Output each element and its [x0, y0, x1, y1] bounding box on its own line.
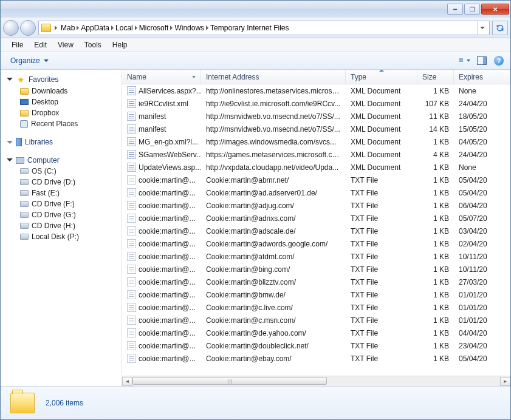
scroll-track[interactable] — [132, 377, 500, 386]
file-row[interactable]: cookie:martin@...Cookie:martin@adjug.com… — [122, 199, 510, 212]
drive-icon — [20, 212, 29, 218]
file-row[interactable]: cookie:martin@...Cookie:martin@bing.com/… — [122, 263, 510, 276]
refresh-button[interactable] — [492, 21, 508, 35]
view-options-button[interactable] — [459, 55, 470, 66]
file-row[interactable]: cookie:martin@...Cookie:martin@atdmt.com… — [122, 250, 510, 263]
file-row[interactable]: cookie:martin@...Cookie:martin@bmw.de/TX… — [122, 288, 510, 301]
column-internet-address[interactable]: Internet Address — [201, 70, 346, 84]
breadcrumb-bar[interactable]: MabAppDataLocalMicrosoftWindowsTemporary… — [38, 21, 490, 35]
chevron-right-icon — [77, 25, 79, 30]
nav-item-downloads[interactable]: Downloads — [3, 86, 122, 97]
column-expires[interactable]: Expires — [454, 70, 510, 84]
nav-item-desktop[interactable]: Desktop — [3, 97, 122, 107]
drive-item[interactable]: OS (C:) — [3, 166, 122, 177]
libraries-header[interactable]: Libraries — [3, 137, 122, 147]
drive-icon — [20, 168, 29, 174]
column-name[interactable]: Name — [122, 70, 201, 84]
txt-file-icon — [127, 188, 136, 197]
scroll-left-button[interactable]: ◄ — [122, 377, 132, 386]
column-size[interactable]: Size — [417, 70, 454, 84]
txt-file-icon — [127, 201, 136, 210]
drive-item[interactable]: CD Drive (F:) — [3, 198, 122, 209]
menu-edit[interactable]: Edit — [29, 39, 52, 50]
breadcrumb-segment[interactable]: Microsoft — [139, 24, 169, 32]
navigation-pane[interactable]: ★ Favorites DownloadsDesktopDropboxRecen… — [1, 70, 122, 386]
txt-file-icon — [127, 175, 136, 185]
folder-icon — [20, 110, 29, 117]
address-dropdown[interactable] — [477, 21, 487, 35]
file-row[interactable]: cookie:martin@...Cookie:martin@adnxs.com… — [122, 212, 510, 225]
file-row[interactable]: cookie:martin@...Cookie:martin@c.msn.com… — [122, 314, 510, 327]
txt-file-icon — [127, 328, 136, 337]
help-button[interactable]: ? — [493, 55, 504, 66]
file-row[interactable]: cookie:martin@...Cookie:martin@de.yahoo.… — [122, 327, 510, 339]
file-row[interactable]: cookie:martin@...Cookie:martin@c.live.co… — [122, 301, 510, 314]
scroll-thumb[interactable] — [132, 377, 327, 385]
file-row[interactable]: cookie:martin@...Cookie:martin@adscale.d… — [122, 225, 510, 237]
file-row[interactable]: UpdateViews.asp...http://vxpdata.cloudap… — [122, 161, 510, 174]
file-row[interactable]: MG_en-gb.xml?l...http://images.windowsme… — [122, 135, 510, 148]
chevron-right-icon — [111, 25, 114, 30]
file-row[interactable]: AllServices.aspx?...http://onlinestores.… — [122, 84, 510, 97]
file-row[interactable]: SGamesWebServ...https://games.metaservic… — [122, 148, 510, 161]
svg-rect-1 — [461, 58, 463, 60]
close-button[interactable]: ✕ — [481, 4, 509, 15]
title-bar: ━ ❐ ✕ — [1, 1, 510, 18]
maximize-button[interactable]: ❐ — [464, 4, 480, 15]
nav-item-dropbox[interactable]: Dropbox — [3, 107, 122, 118]
forward-button[interactable] — [20, 20, 36, 36]
breadcrumb-segment[interactable]: Windows — [174, 24, 204, 32]
nav-item-recent-places[interactable]: Recent Places — [3, 118, 122, 129]
minimize-button[interactable]: ━ — [447, 4, 463, 15]
file-row[interactable]: cookie:martin@...Cookie:martin@ad.adserv… — [122, 186, 510, 199]
file-row[interactable]: manifesthttp://msnvidweb.vo.msecnd.net/o… — [122, 110, 510, 123]
menu-tools[interactable]: Tools — [80, 39, 106, 50]
svg-rect-3 — [461, 60, 463, 62]
toolbar: Organize ? — [1, 52, 510, 70]
breadcrumb-segment[interactable]: Mab — [61, 24, 75, 32]
favorites-header[interactable]: ★ Favorites — [3, 73, 122, 86]
organize-button[interactable]: Organize — [7, 55, 52, 67]
file-rows[interactable]: AllServices.aspx?...http://onlinestores.… — [122, 84, 510, 376]
drive-item[interactable]: Fast (E:) — [3, 188, 122, 198]
back-button[interactable] — [3, 20, 19, 36]
drive-item[interactable]: Local Disk (P:) — [3, 231, 122, 242]
breadcrumb-segment[interactable]: Temporary Internet Files — [210, 24, 289, 32]
drive-item[interactable]: CD Drive (H:) — [3, 220, 122, 231]
txt-file-icon — [127, 316, 136, 325]
scroll-right-button[interactable]: ► — [500, 377, 510, 386]
drive-item[interactable]: CD Drive (G:) — [3, 209, 122, 220]
menu-file[interactable]: File — [7, 39, 28, 50]
file-list-pane: Name Internet Address Type Size Expires … — [122, 70, 510, 386]
breadcrumb-segment[interactable]: Local — [115, 24, 133, 32]
computer-header[interactable]: Computer — [3, 155, 122, 166]
file-row[interactable]: cookie:martin@...Cookie:martin@blizztv.c… — [122, 276, 510, 288]
xml-file-icon — [127, 137, 136, 146]
preview-pane-button[interactable] — [476, 55, 487, 66]
folder-icon — [41, 24, 51, 32]
xml-file-icon — [127, 86, 136, 95]
drive-item[interactable]: CD Drive (D:) — [3, 177, 122, 188]
svg-rect-0 — [459, 58, 461, 60]
star-icon: ★ — [16, 75, 26, 84]
horizontal-scrollbar[interactable]: ◄ ► — [122, 376, 510, 386]
file-row[interactable]: ie9RCcvlist.xmlhttp://ie9cvlist.ie.micro… — [122, 97, 510, 110]
xml-file-icon — [127, 150, 136, 159]
menu-help[interactable]: Help — [108, 39, 132, 50]
breadcrumb-segment[interactable]: AppData — [81, 24, 109, 32]
xml-file-icon — [127, 112, 136, 121]
file-row[interactable]: cookie:martin@...Cookie:martin@ebay.com/… — [122, 352, 510, 365]
file-row[interactable]: cookie:martin@...Cookie:martin@doublecli… — [122, 339, 510, 352]
column-type[interactable]: Type — [346, 70, 417, 84]
file-row[interactable]: manifesthttp://msnvidweb.vo.msecnd.net/o… — [122, 123, 510, 135]
menu-view[interactable]: View — [53, 39, 78, 50]
folder-icon — [20, 88, 29, 95]
status-bar: 2,006 items — [1, 387, 510, 419]
file-row[interactable]: cookie:martin@...Cookie:martin@abmr.net/… — [122, 174, 510, 186]
txt-file-icon — [127, 277, 136, 286]
xml-file-icon — [127, 163, 136, 172]
xml-file-icon — [127, 124, 136, 134]
file-row[interactable]: cookie:martin@...Cookie:martin@adwords.g… — [122, 237, 510, 250]
txt-file-icon — [127, 252, 136, 261]
drive-icon — [20, 234, 29, 240]
